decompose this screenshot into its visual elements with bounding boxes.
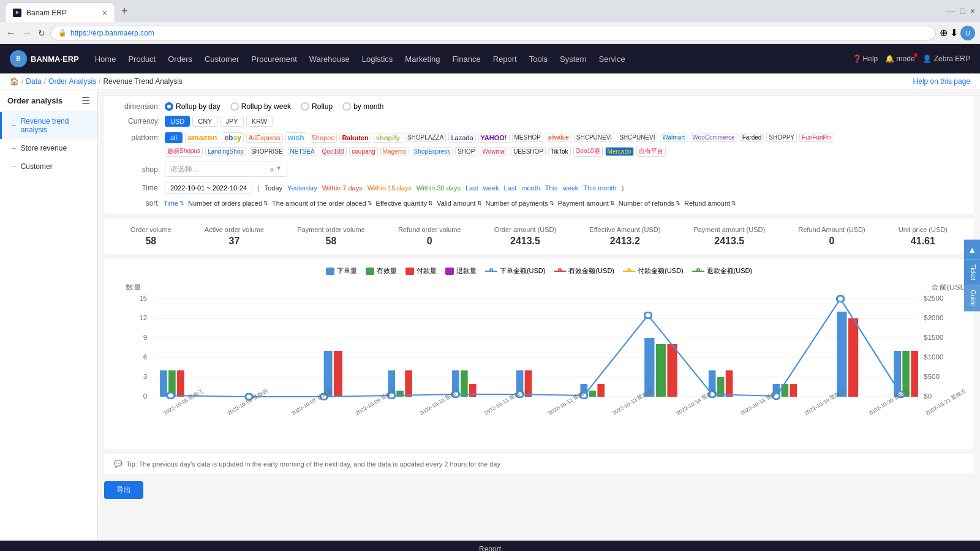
new-tab-button[interactable]: +	[118, 5, 132, 18]
dim-option-month[interactable]: by month	[342, 102, 383, 111]
time-this-week-label[interactable]: week	[563, 184, 579, 192]
sort-refund-amount[interactable]: Refund amount ⇅	[684, 200, 736, 207]
sort-payment-amount[interactable]: Payment amount ⇅	[558, 200, 615, 207]
currency-krw[interactable]: KRW	[246, 116, 273, 127]
restore-button[interactable]: □	[960, 6, 965, 16]
nav-item-system[interactable]: System	[554, 44, 592, 73]
platform-wish[interactable]: wish	[285, 132, 307, 143]
export-button[interactable]: 导出	[104, 481, 143, 499]
platform-shopexpress[interactable]: ShopExpress	[412, 147, 453, 156]
platform-shoppy[interactable]: SHOPPY	[766, 133, 797, 142]
platform-shcpunevi2[interactable]: SHCPUNEVI	[617, 133, 657, 142]
platform-rakuten[interactable]: Rakuten	[339, 133, 371, 143]
sidebar-item-store[interactable]: – Store revenue	[0, 139, 97, 157]
platform-aliexpress[interactable]: AliExpress	[246, 133, 283, 143]
platform-netsea[interactable]: NETSEA	[288, 147, 317, 156]
platform-woocommerce[interactable]: WooCommerce	[690, 133, 737, 142]
nav-item-home[interactable]: Home	[89, 44, 123, 73]
time-15days[interactable]: Within 15 days	[368, 184, 412, 192]
platform-funfunpin[interactable]: FunFunPin	[799, 133, 834, 142]
shop-dropdown-icon[interactable]: ▼	[276, 165, 282, 174]
nav-item-customer[interactable]: Customer	[198, 44, 245, 73]
nav-item-tools[interactable]: Tools	[523, 44, 554, 73]
currency-cny[interactable]: CNY	[192, 116, 217, 127]
platform-alivalue[interactable]: alivalue	[546, 133, 571, 142]
nav-item-service[interactable]: Service	[592, 44, 631, 73]
platform-tiktok[interactable]: TikTok	[548, 147, 571, 156]
nav-item-finance[interactable]: Finance	[446, 44, 486, 73]
minimize-button[interactable]: —	[946, 6, 955, 16]
platform-shoprise[interactable]: SHOPRISE	[249, 147, 285, 156]
sort-time[interactable]: Time ⇅	[164, 200, 184, 207]
platform-shoplazza[interactable]: SHOPLAZZA	[405, 133, 446, 142]
time-7days[interactable]: Within 7 days	[322, 184, 363, 192]
platform-ueeshop[interactable]: UEESHOP	[511, 147, 546, 156]
platform-meshop[interactable]: MESHOP	[512, 133, 543, 142]
sidebar-item-customer[interactable]: – Customer	[0, 157, 97, 176]
currency-usd[interactable]: USD	[165, 116, 190, 127]
currency-jpy[interactable]: JPY	[220, 116, 243, 127]
refresh-button[interactable]: ↻	[37, 27, 47, 39]
time-today[interactable]: Today	[265, 184, 282, 192]
sort-amount-placed[interactable]: The amount of the order placed ⇅	[272, 200, 372, 207]
breadcrumb-order-analysis-link[interactable]: Order Analysis	[48, 77, 96, 86]
sidebar-item-revenue[interactable]: – Revenue trend analysis	[0, 112, 97, 139]
close-button[interactable]: ×	[970, 6, 975, 16]
nav-item-logistics[interactable]: Logistics	[356, 44, 399, 73]
platform-amazon[interactable]: amazon	[185, 132, 219, 143]
platform-yahoo[interactable]: YAHOO!	[478, 133, 510, 143]
time-30days[interactable]: Within 30 days	[417, 184, 461, 192]
time-yesterday[interactable]: Yesterday	[287, 184, 317, 192]
platform-all[interactable]: all	[165, 132, 183, 143]
browser-download-icon[interactable]: ⬇	[950, 27, 958, 39]
platform-shopee[interactable]: Shopee	[309, 133, 337, 143]
shop-clear-icon[interactable]: ×	[270, 165, 274, 174]
platform-shcpunevi1[interactable]: SHCPUNEVI	[574, 133, 614, 142]
platform-shopify[interactable]: shopify	[374, 133, 402, 143]
erp-brand[interactable]: 👤 Zebra ERP	[922, 54, 970, 63]
tab-close-icon[interactable]: ×	[102, 8, 107, 18]
logo[interactable]: B BANMA·ERP	[10, 50, 79, 67]
breadcrumb-data-link[interactable]: Data	[26, 77, 41, 86]
scroll-up-button[interactable]: ▲	[964, 240, 980, 260]
platform-walmart[interactable]: Walmart	[660, 133, 687, 142]
shop-select[interactable]: 请选择... × ▼	[165, 162, 287, 177]
sort-effective-qty[interactable]: Effective quantity ⇅	[376, 200, 434, 207]
platform-coupang[interactable]: coupang	[349, 147, 377, 156]
time-range-input[interactable]: 2022-10-01 ~ 2022-10-24	[165, 182, 252, 194]
ticket-button[interactable]: Ticket	[964, 260, 980, 285]
time-last-week[interactable]: Last	[466, 184, 478, 192]
sort-valid-amount[interactable]: Valid amount ⇅	[437, 200, 481, 207]
sort-orders-placed[interactable]: Number of orders placed ⇅	[188, 200, 268, 207]
dim-option-rollup[interactable]: Rollup	[301, 102, 333, 111]
nav-item-report[interactable]: Report	[487, 44, 523, 73]
nav-item-procurement[interactable]: Procurement	[245, 44, 303, 73]
platform-magento[interactable]: Magento	[380, 147, 409, 156]
platform-shop[interactable]: SHOP	[455, 147, 477, 156]
sort-num-payments[interactable]: Number of payments ⇅	[486, 200, 554, 207]
platform-lazada[interactable]: Lazada	[448, 133, 475, 143]
browser-profile-icon[interactable]: ⊕	[940, 27, 948, 39]
platform-qoo10[interactable]: Qoo10赛	[573, 146, 603, 157]
nav-item-warehouse[interactable]: Warehouse	[303, 44, 356, 73]
mode-button[interactable]: 🔔 mode	[885, 54, 914, 63]
guide-button[interactable]: Guide	[964, 285, 980, 312]
platform-wowma[interactable]: Wowma!	[480, 147, 508, 156]
platform-mercado[interactable]: Mercado	[605, 147, 634, 156]
platform-qoo10b[interactable]: Qoo10B	[320, 147, 347, 156]
time-this-month[interactable]: This month	[583, 184, 616, 192]
platform-custom[interactable]: 自有平台	[636, 146, 666, 157]
nav-item-product[interactable]: Product	[122, 44, 162, 73]
platform-landingshop[interactable]: LandingShop	[205, 147, 246, 156]
help-button[interactable]: ❓ Help	[853, 54, 878, 63]
forward-button[interactable]: →	[21, 26, 33, 40]
platform-farded[interactable]: Farded	[740, 133, 764, 142]
platform-ebay[interactable]: ebay	[222, 132, 243, 143]
url-display[interactable]: https://erp.banmaerp.com	[70, 29, 154, 37]
time-week[interactable]: week	[483, 184, 499, 192]
dim-option-week[interactable]: Rollup by week	[230, 102, 291, 111]
browser-avatar[interactable]: U	[960, 26, 975, 40]
nav-item-marketing[interactable]: Marketing	[399, 44, 446, 73]
dim-option-day[interactable]: Rollup by day	[165, 102, 221, 111]
time-last-month[interactable]: Last	[503, 184, 516, 192]
